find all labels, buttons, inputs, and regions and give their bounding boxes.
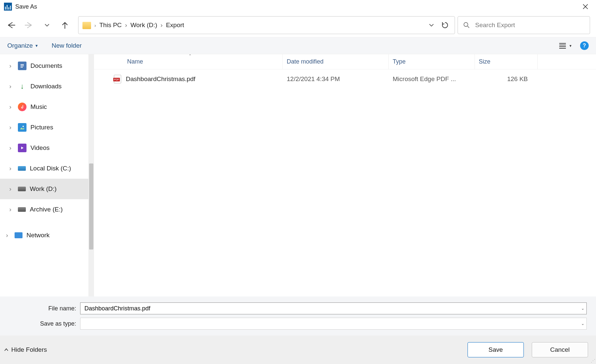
breadcrumb-root[interactable]: This PC <box>99 22 122 29</box>
help-button[interactable]: ? <box>580 41 589 50</box>
file-size: 126 KB <box>475 75 538 83</box>
sidebar: › Documents › ↓ Downloads › Music › Pict… <box>0 54 94 296</box>
file-name: DashboardChristmas.pdf <box>126 75 195 83</box>
type-dropdown[interactable]: ⌄ <box>581 321 584 326</box>
sidebar-item-label: Network <box>26 232 50 239</box>
save-as-type-label: Save as type: <box>0 320 76 327</box>
close-button[interactable] <box>579 1 592 13</box>
list-view-icon <box>559 43 566 49</box>
sidebar-item-label: Videos <box>30 144 50 152</box>
column-type[interactable]: Type <box>389 54 475 69</box>
svg-rect-2 <box>21 66 24 66</box>
chevron-right-icon: › <box>6 232 11 239</box>
hide-folders-button[interactable]: Hide Folders <box>4 346 47 353</box>
sidebar-item-archive-e[interactable]: › Archive (E:) <box>0 199 94 220</box>
network-icon <box>15 232 23 238</box>
chevron-right-icon: › <box>9 83 14 90</box>
sidebar-scrollbar[interactable] <box>88 54 94 296</box>
file-pane: ⌃ Name Date modified Type Size Dashboard… <box>94 54 596 296</box>
file-date: 12/2/2021 4:34 PM <box>283 75 389 83</box>
breadcrumb-folder[interactable]: Export <box>166 22 184 29</box>
sidebar-item-label: Documents <box>30 62 62 69</box>
chevron-right-icon: › <box>9 124 14 131</box>
view-options[interactable]: ▼ <box>559 43 572 49</box>
filename-dropdown[interactable]: ⌄ <box>581 306 584 311</box>
pdf-file-icon <box>114 75 121 83</box>
sidebar-item-label: Archive (E:) <box>30 206 63 213</box>
documents-icon <box>18 62 26 70</box>
toolbar: Organize ▼ New folder ▼ ? <box>0 37 596 54</box>
address-bar[interactable]: › This PC › Work (D:) › Export <box>78 16 455 34</box>
column-headers: ⌃ Name Date modified Type Size <box>94 54 596 69</box>
sort-ascending-icon: ⌃ <box>188 54 192 58</box>
videos-icon <box>18 144 26 152</box>
save-button[interactable]: Save <box>468 342 524 357</box>
svg-rect-3 <box>21 67 23 68</box>
sidebar-item-label: Downloads <box>30 83 62 90</box>
back-button[interactable] <box>7 21 16 30</box>
chevron-right-icon: › <box>9 206 14 213</box>
close-icon <box>582 4 588 10</box>
chevron-right-icon: › <box>9 165 14 172</box>
sidebar-item-documents[interactable]: › Documents <box>0 56 94 76</box>
refresh-icon <box>441 22 449 29</box>
address-dropdown[interactable] <box>429 23 434 27</box>
sidebar-item-network[interactable]: › Network <box>0 225 94 246</box>
file-row[interactable]: DashboardChristmas.pdf 12/2/2021 4:34 PM… <box>94 69 596 89</box>
music-icon <box>18 103 26 111</box>
column-name[interactable]: ⌃ Name <box>94 54 283 69</box>
sidebar-item-local-disk-c[interactable]: › Local Disk (C:) <box>0 158 94 179</box>
arrow-left-icon <box>7 22 16 28</box>
search-input[interactable] <box>474 21 584 29</box>
new-folder-button[interactable]: New folder <box>52 42 82 49</box>
breadcrumb-drive[interactable]: Work (D:) <box>130 22 157 29</box>
filename-field-wrapper[interactable]: ⌄ <box>80 302 587 314</box>
svg-rect-1 <box>21 64 24 65</box>
app-icon <box>4 3 12 11</box>
action-bar: Hide Folders Save Cancel ⋰ <box>0 336 596 364</box>
sidebar-item-label: Music <box>30 103 47 111</box>
refresh-button[interactable] <box>441 22 449 29</box>
save-as-type-field[interactable]: ⌄ <box>80 318 587 330</box>
arrow-right-icon <box>25 22 33 28</box>
column-size[interactable]: Size <box>475 54 538 69</box>
save-inputs: File name: ⌄ Save as type: ⌄ <box>0 296 596 336</box>
sidebar-item-work-d[interactable]: › Work (D:) <box>0 179 94 199</box>
sidebar-item-music[interactable]: › Music <box>0 97 94 117</box>
search-box[interactable] <box>458 16 590 34</box>
organize-label: Organize <box>7 42 33 49</box>
navigation-row: › This PC › Work (D:) › Export <box>0 13 596 37</box>
column-name-label: Name <box>127 58 143 65</box>
filename-input[interactable] <box>84 305 583 312</box>
sidebar-item-pictures[interactable]: › Pictures <box>0 117 94 138</box>
forward-button[interactable] <box>25 21 34 30</box>
chevron-right-icon: › <box>94 23 96 28</box>
downloads-icon: ↓ <box>18 82 26 91</box>
save-as-type-input[interactable] <box>84 320 583 328</box>
up-button[interactable] <box>60 21 70 30</box>
hide-folders-label: Hide Folders <box>11 346 47 353</box>
caret-down-icon: ▼ <box>569 44 572 48</box>
titlebar: Save As <box>0 0 596 13</box>
sidebar-item-videos[interactable]: › Videos <box>0 138 94 158</box>
search-icon <box>463 22 470 28</box>
chevron-down-icon <box>44 23 50 27</box>
chevron-right-icon: › <box>9 185 14 193</box>
svg-point-4 <box>23 126 24 127</box>
chevron-right-icon: › <box>161 22 163 29</box>
chevron-down-icon <box>429 23 434 27</box>
cancel-button[interactable]: Cancel <box>532 342 588 357</box>
drive-icon <box>18 187 26 191</box>
scrollbar-thumb[interactable] <box>89 163 93 250</box>
filename-label: File name: <box>0 305 76 312</box>
organize-menu[interactable]: Organize ▼ <box>7 42 38 49</box>
pictures-icon <box>18 123 26 132</box>
chevron-right-icon: › <box>9 62 14 69</box>
chevron-right-icon: › <box>9 144 14 152</box>
history-dropdown[interactable] <box>42 21 52 30</box>
arrow-up-icon <box>62 21 68 29</box>
sidebar-item-downloads[interactable]: › ↓ Downloads <box>0 76 94 97</box>
resize-grip[interactable]: ⋰ <box>591 358 595 363</box>
column-date[interactable]: Date modified <box>283 54 389 69</box>
folder-icon <box>82 22 91 29</box>
